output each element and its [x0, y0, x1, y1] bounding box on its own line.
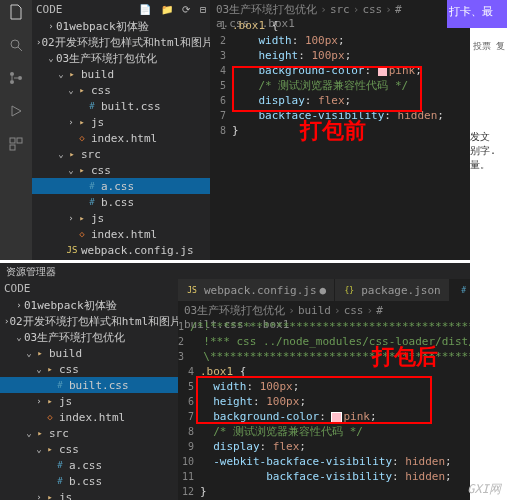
- tree-item[interactable]: ⌄▸css: [0, 361, 178, 377]
- svg-point-0: [11, 40, 19, 48]
- right-column: 打卡、最 投票 复 发文 别字. 量。: [470, 0, 507, 500]
- code-line[interactable]: 9 display: flex;: [178, 439, 470, 454]
- file-tree: ›01webpack初体验›02开发环境打包样式和html和图片资源⌄03生产环…: [32, 18, 210, 260]
- top-banner: 打卡、最: [447, 0, 507, 28]
- html-icon: ◇: [76, 229, 88, 239]
- tree-item-label: src: [49, 427, 69, 440]
- explorer-title: CODE: [36, 3, 63, 16]
- tab-label: webpack.config.js: [204, 284, 317, 297]
- tree-item[interactable]: ›02开发环境打包样式和html和图片资源: [0, 313, 178, 329]
- tree-item-label: 02开发环境打包样式和html和图片资源: [41, 35, 210, 50]
- folder-icon: ▸: [66, 149, 78, 159]
- breadcrumb-segment[interactable]: 03生产环境打包优化: [216, 3, 317, 16]
- tree-item[interactable]: #a.css: [0, 457, 178, 473]
- line-number: 9: [178, 441, 200, 452]
- css-icon: #: [54, 476, 66, 486]
- tree-item-label: css: [59, 363, 79, 376]
- tree-item[interactable]: ›▸js: [32, 210, 210, 226]
- tree-item[interactable]: ⌄▸build: [32, 66, 210, 82]
- code-line[interactable]: 2 width: 100px;: [210, 33, 470, 48]
- folder-icon: ▸: [44, 364, 56, 374]
- tree-item[interactable]: ›▸js: [0, 489, 178, 500]
- tree-item-label: js: [59, 395, 72, 408]
- tree-item[interactable]: ⌄▸src: [0, 425, 178, 441]
- line-number: 1: [178, 321, 190, 332]
- code-line[interactable]: 1.box1 {: [210, 18, 470, 33]
- line-number: 2: [178, 336, 190, 347]
- tree-item-label: build: [81, 68, 114, 81]
- editor-tab[interactable]: {}package.json: [335, 279, 449, 301]
- tree-item[interactable]: ⌄▸css: [0, 441, 178, 457]
- code-line[interactable]: 8 /* 测试浏览器兼容性代码 */: [178, 424, 470, 439]
- right-actions[interactable]: 投票 复: [473, 40, 505, 53]
- line-number: 5: [210, 80, 232, 91]
- folder-icon: ▸: [76, 213, 88, 223]
- breadcrumb-segment[interactable]: css: [362, 3, 382, 16]
- tree-item[interactable]: ⌄▸src: [32, 146, 210, 162]
- tree-item[interactable]: #a.css: [32, 178, 210, 194]
- tree-item[interactable]: ◇index.html: [32, 226, 210, 242]
- tree-item[interactable]: ◇index.html: [32, 130, 210, 146]
- tree-item-label: b.css: [101, 196, 134, 209]
- breadcrumb[interactable]: 03生产环境打包优化›src›css›# a.css›.box1: [210, 0, 470, 16]
- highlight-box-after: [196, 376, 432, 424]
- tree-item[interactable]: ›01webpack初体验: [0, 297, 178, 313]
- breadcrumb-segment[interactable]: 03生产环境打包优化: [184, 304, 285, 317]
- tree-item-label: 03生产环境打包优化: [24, 330, 125, 345]
- collapse-icon[interactable]: ⊟: [200, 4, 206, 15]
- new-file-icon[interactable]: 📄: [139, 4, 151, 15]
- line-number: 11: [178, 471, 200, 482]
- tree-item[interactable]: #built.css: [0, 377, 178, 393]
- tree-item[interactable]: ›▸node_modules: [32, 258, 210, 260]
- css-icon: #: [86, 197, 98, 207]
- tree-item[interactable]: ›▸js: [32, 114, 210, 130]
- css-icon: #: [54, 460, 66, 470]
- debug-icon[interactable]: [8, 103, 24, 122]
- json-icon: {}: [343, 286, 355, 295]
- code-line[interactable]: 10 -webkit-backface-visibility: hidden;: [178, 454, 470, 469]
- breadcrumb[interactable]: 03生产环境打包优化›build›css›# built.css›.box1: [178, 301, 470, 317]
- tree-item-label: js: [91, 116, 104, 129]
- tree-item[interactable]: ⌄03生产环境打包优化: [32, 50, 210, 66]
- breadcrumb-segment[interactable]: build: [298, 304, 331, 317]
- line-number: 2: [210, 35, 232, 46]
- extensions-icon[interactable]: [8, 136, 24, 155]
- code-line[interactable]: 1/*!************************************…: [178, 319, 470, 334]
- explorer-panel-title: 资源管理器: [0, 263, 470, 279]
- code-line[interactable]: 12}: [178, 484, 470, 499]
- refresh-icon[interactable]: ⟳: [182, 4, 190, 15]
- line-number: 1: [210, 20, 232, 31]
- tab-label: package.json: [361, 284, 440, 297]
- tree-item[interactable]: ◇index.html: [0, 409, 178, 425]
- code-line[interactable]: 3 height: 100px;: [210, 48, 470, 63]
- tree-item[interactable]: ›02开发环境打包样式和html和图片资源: [32, 34, 210, 50]
- js-icon: JS: [186, 286, 198, 295]
- search-icon[interactable]: [8, 37, 24, 56]
- tree-item[interactable]: #b.css: [0, 473, 178, 489]
- new-folder-icon[interactable]: 📁: [161, 4, 173, 15]
- tree-item[interactable]: ⌄▸build: [0, 345, 178, 361]
- editor-tab[interactable]: JSwebpack.config.js●: [178, 279, 335, 301]
- html-icon: ◇: [44, 412, 56, 422]
- scm-icon[interactable]: [8, 70, 24, 89]
- tree-item[interactable]: ›01webpack初体验: [32, 18, 210, 34]
- tree-item[interactable]: ⌄03生产环境打包优化: [0, 329, 178, 345]
- explorer-title: CODE: [4, 282, 31, 295]
- tree-item[interactable]: #built.css: [32, 98, 210, 114]
- line-number: 4: [210, 65, 232, 76]
- tree-item-label: src: [81, 148, 101, 161]
- breadcrumb-segment[interactable]: css: [344, 304, 364, 317]
- top-editor-pane: CODE 📄 📁 ⟳ ⊟ ›01webpack初体验›02开发环境打包样式和ht…: [0, 0, 470, 260]
- files-icon[interactable]: [8, 4, 24, 23]
- breadcrumb-segment[interactable]: src: [330, 3, 350, 16]
- tree-item[interactable]: JSwebpack.config.js: [32, 242, 210, 258]
- css-icon: #: [86, 181, 98, 191]
- tree-item[interactable]: ⌄▸css: [32, 82, 210, 98]
- js-icon: JS: [66, 245, 78, 255]
- tree-item[interactable]: #b.css: [32, 194, 210, 210]
- tree-item[interactable]: ⌄▸css: [32, 162, 210, 178]
- tree-item-label: 01webpack初体验: [56, 19, 149, 34]
- tree-item[interactable]: ›▸js: [0, 393, 178, 409]
- code-line[interactable]: 11 backface-visibility: hidden;: [178, 469, 470, 484]
- folder-icon: ▸: [44, 396, 56, 406]
